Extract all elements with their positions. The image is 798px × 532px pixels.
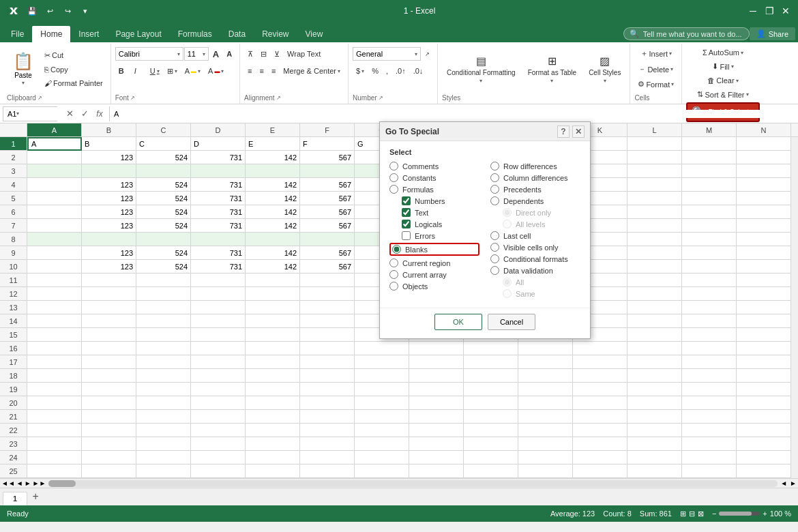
cell-L9[interactable] (627, 246, 682, 260)
cell-G23[interactable] (355, 437, 409, 451)
autosum-btn[interactable]: Σ AutoSum ▾ (699, 46, 747, 59)
cell-N16[interactable] (737, 342, 791, 355)
cell-F6[interactable]: 567 (300, 205, 355, 219)
cell-H22[interactable] (409, 424, 464, 437)
cell-D19[interactable] (191, 383, 246, 396)
cell-C20[interactable] (136, 396, 191, 410)
cell-D20[interactable] (191, 396, 246, 410)
cell-J16[interactable] (518, 342, 573, 355)
cell-C19[interactable] (136, 383, 191, 396)
cell-B22[interactable] (82, 424, 136, 437)
cell-N13[interactable] (737, 301, 791, 314)
cell-N25[interactable] (737, 464, 791, 478)
increase-font-btn[interactable]: A (209, 47, 222, 61)
tab-insert[interactable]: Insert (70, 26, 107, 42)
cell-N10[interactable] (737, 260, 791, 274)
errors-option[interactable]: Errors (402, 231, 479, 240)
cell-E8[interactable] (246, 233, 300, 246)
cell-C25[interactable] (136, 464, 191, 478)
cell-A20[interactable] (27, 396, 82, 410)
cell-H17[interactable] (409, 355, 464, 369)
conditional-formatting-btn[interactable]: ▤ Conditional Formatting ▾ (442, 51, 520, 87)
cell-F21[interactable] (300, 410, 355, 424)
close-btn[interactable]: ✕ (779, 4, 793, 18)
cell-D7[interactable]: 731 (191, 219, 246, 233)
cell-F15[interactable] (300, 328, 355, 342)
cell-N3[interactable] (737, 164, 791, 178)
cell-I16[interactable] (464, 342, 518, 355)
align-left-btn[interactable]: ≡ (244, 65, 255, 77)
cell-E16[interactable] (246, 342, 300, 355)
cell-L25[interactable] (627, 464, 682, 478)
cell-E12[interactable] (246, 287, 300, 301)
cell-L5[interactable] (627, 192, 682, 205)
cell-M14[interactable] (682, 314, 737, 328)
cell-K21[interactable] (573, 410, 627, 424)
cell-A14[interactable] (27, 314, 82, 328)
comments-option[interactable]: Comments (389, 162, 479, 171)
cell-B4[interactable]: 123 (82, 178, 136, 192)
row-num-17[interactable]: 17 (0, 355, 27, 369)
comma-btn[interactable]: , (383, 65, 391, 77)
cell-M22[interactable] (682, 424, 737, 437)
cell-B3[interactable] (82, 164, 136, 178)
sheet-tab-1[interactable]: 1 (3, 492, 27, 505)
cell-K19[interactable] (573, 383, 627, 396)
cell-I20[interactable] (464, 396, 518, 410)
row-num-4[interactable]: 4 (0, 178, 27, 192)
cell-J22[interactable] (518, 424, 573, 437)
cell-M13[interactable] (682, 301, 737, 314)
cell-M11[interactable] (682, 274, 737, 287)
cell-I21[interactable] (464, 410, 518, 424)
cell-L17[interactable] (627, 355, 682, 369)
column-differences-option[interactable]: Column differences (490, 173, 580, 182)
number-format-dropdown[interactable]: General ▾ (353, 47, 421, 61)
tab-page-layout[interactable]: Page Layout (107, 26, 169, 42)
cell-B13[interactable] (82, 301, 136, 314)
cell-L10[interactable] (627, 260, 682, 274)
cell-F20[interactable] (300, 396, 355, 410)
cell-M8[interactable] (682, 233, 737, 246)
col-header-M[interactable]: M (682, 123, 737, 136)
zoom-out-btn[interactable]: − (712, 509, 716, 518)
align-bottom-btn[interactable]: ⊻ (271, 48, 283, 61)
borders-button[interactable]: ⊞▾ (164, 65, 181, 78)
row-num-9[interactable]: 9 (0, 246, 27, 260)
cell-F17[interactable] (300, 355, 355, 369)
text-option[interactable]: Text (402, 208, 479, 217)
cell-A9[interactable] (27, 246, 82, 260)
cell-K25[interactable] (573, 464, 627, 478)
current-region-radio[interactable] (389, 258, 398, 267)
cell-L2[interactable] (627, 151, 682, 164)
redo-quick-btn[interactable]: ↪ (60, 3, 75, 18)
tab-view[interactable]: View (297, 26, 331, 42)
cell-D13[interactable] (191, 301, 246, 314)
data-validation-option[interactable]: Data validation (490, 266, 580, 275)
col-header-C[interactable]: C (136, 123, 191, 136)
row-num-10[interactable]: 10 (0, 260, 27, 274)
row-num-11[interactable]: 11 (0, 274, 27, 287)
cell-F3[interactable] (300, 164, 355, 178)
cell-M25[interactable] (682, 464, 737, 478)
cell-M10[interactable] (682, 260, 737, 274)
cell-F4[interactable]: 567 (300, 178, 355, 192)
align-center-btn[interactable]: ≡ (256, 65, 267, 77)
precedents-option[interactable]: Precedents (490, 185, 580, 194)
cell-E9[interactable]: 142 (246, 246, 300, 260)
cell-A8[interactable] (27, 233, 82, 246)
cell-K23[interactable] (573, 437, 627, 451)
formula-input[interactable] (110, 110, 798, 118)
cell-N21[interactable] (737, 410, 791, 424)
merge-center-btn[interactable]: Merge & Center▾ (280, 65, 344, 77)
blanks-option[interactable]: Blanks (389, 243, 479, 256)
formula-cancel-btn[interactable]: ✕ (63, 107, 76, 121)
tab-home[interactable]: Home (32, 26, 70, 42)
prev-sheet-btn[interactable]: ◄◄ (1, 479, 15, 487)
cell-N20[interactable] (737, 396, 791, 410)
cell-K22[interactable] (573, 424, 627, 437)
cell-K16[interactable] (573, 342, 627, 355)
row-num-7[interactable]: 7 (0, 219, 27, 233)
cell-B2[interactable]: 123 (82, 151, 136, 164)
row-num-5[interactable]: 5 (0, 192, 27, 205)
format-as-table-btn[interactable]: ⊞ Format as Table ▾ (523, 51, 582, 87)
